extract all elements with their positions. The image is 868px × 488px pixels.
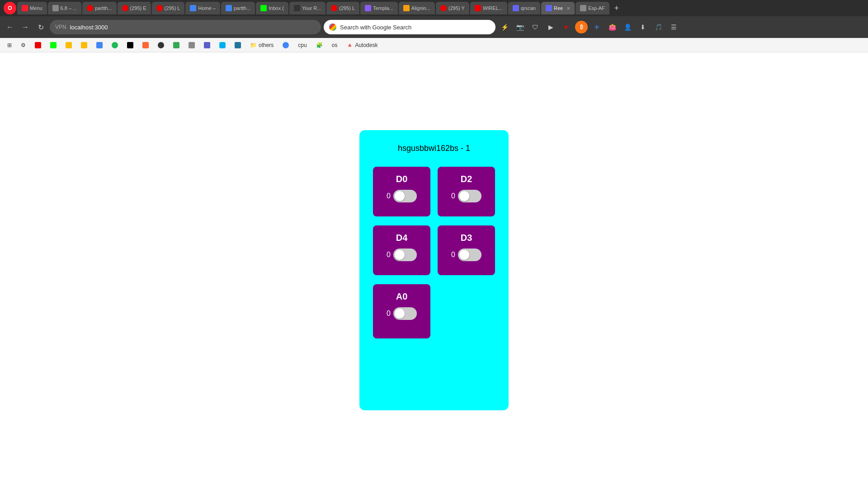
sidebar-toggle-icon[interactable]: ☰	[667, 21, 680, 33]
tab-16-active[interactable]: Ree ✕	[541, 2, 575, 14]
bm-puzzle[interactable]: 🧩	[312, 41, 326, 49]
github-favicon	[158, 42, 164, 48]
bm-folder-others[interactable]: 📁 others	[246, 41, 277, 49]
apps-icon: ⊞	[7, 42, 12, 48]
device-label-d2: D2	[461, 174, 472, 184]
folder-icon: 📁	[250, 42, 257, 48]
google-favicon	[329, 23, 336, 31]
tab-13[interactable]: (295) Y	[436, 2, 469, 14]
tab-favicon	[365, 5, 371, 11]
bm-drive[interactable]	[62, 41, 75, 49]
url-display: localhost:3000	[70, 24, 108, 31]
monday-favicon	[142, 42, 149, 48]
bm-cpu[interactable]: cpu	[294, 41, 310, 49]
back-button[interactable]: ←	[4, 21, 16, 33]
refresh-button[interactable]: ↻	[34, 21, 47, 33]
tab-menu[interactable]: Menu	[17, 2, 47, 14]
tab-5[interactable]: (295) L	[152, 2, 185, 14]
tab-favicon	[546, 5, 552, 11]
profile-icon[interactable]: 👤	[621, 21, 634, 33]
bm-icon-settings[interactable]: ⚙	[17, 41, 29, 49]
forward-button[interactable]: →	[19, 21, 32, 33]
tab-label: Ree	[554, 5, 563, 11]
toggle-d2[interactable]	[458, 190, 481, 202]
tab-8[interactable]: Inbox (	[256, 2, 288, 14]
bm-keep[interactable]	[77, 41, 91, 49]
tab-10[interactable]: (295) L	[326, 2, 359, 14]
app-title: hsgusbbwi162bs - 1	[398, 144, 470, 153]
tab-9[interactable]: Your R...	[289, 2, 326, 14]
bm-gmail[interactable]	[47, 41, 60, 49]
extensions-icon[interactable]: ⚡	[498, 21, 511, 33]
bm-teams[interactable]	[200, 41, 214, 49]
currency-icon: ₿	[575, 21, 588, 33]
heart-icon[interactable]: ♥	[560, 21, 572, 33]
toggle-d4[interactable]	[393, 249, 417, 261]
tab-close-icon[interactable]: ✕	[566, 6, 570, 11]
wallet-icon[interactable]: 👛	[606, 21, 618, 33]
tab-favicon	[87, 5, 93, 11]
app-card: hsgusbbwi162bs - 1 D0 0 D2 0	[359, 130, 509, 410]
tab-label: qrscan	[521, 5, 536, 11]
toggle-a0[interactable]	[393, 307, 417, 320]
tab-favicon	[190, 5, 196, 11]
device-label-a0: A0	[396, 291, 408, 302]
gear-icon: ⚙	[21, 42, 26, 48]
tab-17[interactable]: Esp-AF	[576, 2, 609, 14]
vpn-icon: VPN	[55, 24, 66, 30]
tab-3[interactable]: partth...	[82, 2, 116, 14]
bm-youtube[interactable]	[31, 41, 45, 49]
new-tab-button[interactable]: +	[610, 2, 623, 14]
toolbar: ← → ↻ VPN localhost:3000 Search with Goo…	[0, 16, 868, 38]
tab-label: Alignin...	[411, 5, 430, 11]
puzzle-icon: 🧩	[316, 42, 323, 48]
toggle-d3[interactable]	[458, 249, 481, 261]
tab-label: partth...	[95, 5, 112, 11]
toggle-value-d2: 0	[451, 192, 455, 200]
bookmarks-bar: ⊞ ⚙	[0, 38, 868, 52]
tab-6[interactable]: Home –	[185, 2, 220, 14]
shield-icon[interactable]: 🛡	[529, 21, 542, 33]
bm-sheets[interactable]	[170, 41, 183, 49]
bm-tasks[interactable]	[93, 41, 106, 49]
media-icon[interactable]: 🎵	[652, 21, 665, 33]
tab-15[interactable]: qrscan	[508, 2, 540, 14]
bm-chromium[interactable]	[279, 41, 292, 49]
tab-label: Esp-AF	[588, 5, 605, 11]
bm-monday[interactable]	[139, 41, 152, 49]
bm-label-cpu: cpu	[298, 42, 307, 48]
address-bar[interactable]: VPN localhost:3000	[50, 20, 321, 34]
bm-icon-apps[interactable]: ⊞	[4, 41, 15, 49]
add-icon[interactable]: +	[590, 21, 603, 33]
bm-ext[interactable]	[185, 41, 198, 49]
tab-label: (295) Y	[448, 5, 465, 11]
tab-label: 6.8 – ...	[61, 5, 77, 11]
search-bar[interactable]: Search with Google Search	[324, 20, 495, 34]
download-icon[interactable]: ⬇	[637, 21, 649, 33]
bm-spotify[interactable]	[108, 41, 122, 49]
ext-favicon	[189, 42, 195, 48]
tab-11[interactable]: Templa...	[360, 2, 398, 14]
tab-2[interactable]: 6.8 – ...	[48, 2, 82, 14]
tab-bar: O Menu 6.8 – ... partth... (295) E (295)…	[0, 0, 868, 16]
tab-12[interactable]: Alignin...	[399, 2, 435, 14]
tab-7[interactable]: partth...	[221, 2, 255, 14]
autodesk-icon: 🔺	[346, 42, 353, 48]
play-icon[interactable]: ▶	[544, 21, 557, 33]
bm-github[interactable]	[154, 41, 168, 49]
bm-x[interactable]	[123, 41, 137, 49]
bm-wp[interactable]	[231, 41, 245, 49]
bm-autodesk[interactable]: 🔺 Autodesk	[343, 41, 381, 49]
bm-label-os: os	[332, 42, 338, 48]
toggle-row-d0: 0	[387, 190, 417, 202]
bm-os[interactable]: os	[328, 41, 341, 49]
tab-favicon	[122, 5, 128, 11]
opera-logo[interactable]: O	[4, 2, 16, 14]
tab-favicon	[156, 5, 163, 11]
toggle-d0[interactable]	[393, 190, 417, 202]
device-card-d2: D2 0	[438, 167, 495, 216]
screenshot-icon[interactable]: 📷	[514, 21, 526, 33]
tab-14[interactable]: WIREL...	[470, 2, 507, 14]
tab-4[interactable]: (295) E	[118, 2, 151, 14]
bm-skype[interactable]	[216, 41, 229, 49]
